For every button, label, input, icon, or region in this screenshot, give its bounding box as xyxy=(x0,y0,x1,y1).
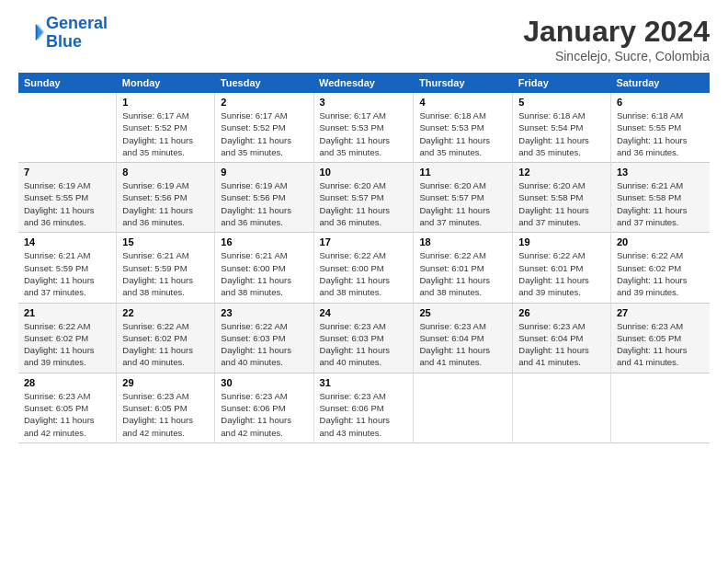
col-header-sunday: Sunday xyxy=(18,73,117,93)
calendar-cell: 21Sunrise: 6:22 AM Sunset: 6:02 PM Dayli… xyxy=(18,303,117,373)
subtitle: Sincelejo, Sucre, Colombia xyxy=(523,49,710,63)
day-info: Sunrise: 6:23 AM Sunset: 6:04 PM Dayligh… xyxy=(419,320,506,369)
title-block: January 2024 Sincelejo, Sucre, Colombia xyxy=(523,15,710,63)
day-number: 16 xyxy=(221,236,307,247)
calendar-cell: 29Sunrise: 6:23 AM Sunset: 6:05 PM Dayli… xyxy=(117,373,215,442)
calendar-cell: 23Sunrise: 6:22 AM Sunset: 6:03 PM Dayli… xyxy=(215,303,313,373)
day-number: 30 xyxy=(221,377,307,388)
day-number: 12 xyxy=(518,167,605,178)
day-number: 13 xyxy=(617,167,704,178)
day-number: 17 xyxy=(320,236,408,247)
day-number: 21 xyxy=(24,307,110,318)
calendar-cell: 30Sunrise: 6:23 AM Sunset: 6:06 PM Dayli… xyxy=(215,373,313,442)
calendar-cell: 18Sunrise: 6:22 AM Sunset: 6:01 PM Dayli… xyxy=(414,233,513,303)
calendar-cell: 1Sunrise: 6:17 AM Sunset: 5:52 PM Daylig… xyxy=(117,93,215,163)
day-info: Sunrise: 6:20 AM Sunset: 5:57 PM Dayligh… xyxy=(320,179,408,228)
calendar-cell: 3Sunrise: 6:17 AM Sunset: 5:53 PM Daylig… xyxy=(313,93,414,163)
logo-text: General Blue xyxy=(46,15,108,52)
calendar-cell: 8Sunrise: 6:19 AM Sunset: 5:56 PM Daylig… xyxy=(117,163,215,233)
calendar-cell: 9Sunrise: 6:19 AM Sunset: 5:56 PM Daylig… xyxy=(215,163,313,233)
calendar-cell xyxy=(18,93,117,163)
day-info: Sunrise: 6:20 AM Sunset: 5:58 PM Dayligh… xyxy=(518,179,605,228)
day-info: Sunrise: 6:17 AM Sunset: 5:52 PM Dayligh… xyxy=(221,109,307,158)
calendar-cell xyxy=(610,373,710,442)
calendar-cell: 28Sunrise: 6:23 AM Sunset: 6:05 PM Dayli… xyxy=(18,373,117,442)
day-info: Sunrise: 6:22 AM Sunset: 6:02 PM Dayligh… xyxy=(617,249,704,298)
day-info: Sunrise: 6:23 AM Sunset: 6:06 PM Dayligh… xyxy=(320,390,408,439)
calendar-cell: 6Sunrise: 6:18 AM Sunset: 5:55 PM Daylig… xyxy=(610,93,710,163)
col-header-saturday: Saturday xyxy=(610,73,710,93)
day-number: 7 xyxy=(24,167,110,178)
day-number: 14 xyxy=(24,236,110,247)
calendar-cell: 7Sunrise: 6:19 AM Sunset: 5:55 PM Daylig… xyxy=(18,163,117,233)
header-row: SundayMondayTuesdayWednesdayThursdayFrid… xyxy=(18,73,710,93)
day-info: Sunrise: 6:23 AM Sunset: 6:06 PM Dayligh… xyxy=(221,390,307,439)
day-info: Sunrise: 6:19 AM Sunset: 5:55 PM Dayligh… xyxy=(24,179,110,228)
day-number: 29 xyxy=(122,377,209,388)
week-row-2: 7Sunrise: 6:19 AM Sunset: 5:55 PM Daylig… xyxy=(18,163,710,233)
calendar-cell: 26Sunrise: 6:23 AM Sunset: 6:04 PM Dayli… xyxy=(513,303,611,373)
week-row-3: 14Sunrise: 6:21 AM Sunset: 5:59 PM Dayli… xyxy=(18,233,710,303)
day-number: 27 xyxy=(617,307,704,318)
logo-icon xyxy=(18,20,44,46)
day-info: Sunrise: 6:21 AM Sunset: 5:58 PM Dayligh… xyxy=(617,179,704,228)
day-number: 19 xyxy=(518,236,605,247)
day-info: Sunrise: 6:22 AM Sunset: 6:02 PM Dayligh… xyxy=(122,320,209,369)
col-header-tuesday: Tuesday xyxy=(215,73,313,93)
day-info: Sunrise: 6:22 AM Sunset: 6:01 PM Dayligh… xyxy=(518,249,605,298)
day-number: 20 xyxy=(617,236,704,247)
day-number: 8 xyxy=(122,167,209,178)
day-number: 6 xyxy=(617,97,704,108)
calendar-cell: 11Sunrise: 6:20 AM Sunset: 5:57 PM Dayli… xyxy=(414,163,513,233)
calendar-cell: 13Sunrise: 6:21 AM Sunset: 5:58 PM Dayli… xyxy=(610,163,710,233)
logo: General Blue xyxy=(18,15,108,52)
day-info: Sunrise: 6:22 AM Sunset: 6:03 PM Dayligh… xyxy=(221,320,307,369)
day-number: 22 xyxy=(122,307,209,318)
calendar-cell: 12Sunrise: 6:20 AM Sunset: 5:58 PM Dayli… xyxy=(513,163,611,233)
page: General Blue January 2024 Sincelejo, Suc… xyxy=(0,0,728,563)
calendar-cell: 22Sunrise: 6:22 AM Sunset: 6:02 PM Dayli… xyxy=(117,303,215,373)
col-header-thursday: Thursday xyxy=(414,73,513,93)
day-info: Sunrise: 6:21 AM Sunset: 6:00 PM Dayligh… xyxy=(221,249,307,298)
week-row-1: 1Sunrise: 6:17 AM Sunset: 5:52 PM Daylig… xyxy=(18,93,710,163)
day-info: Sunrise: 6:22 AM Sunset: 6:01 PM Dayligh… xyxy=(419,249,506,298)
day-info: Sunrise: 6:17 AM Sunset: 5:53 PM Dayligh… xyxy=(320,109,408,158)
calendar-cell: 4Sunrise: 6:18 AM Sunset: 5:53 PM Daylig… xyxy=(414,93,513,163)
calendar-cell: 24Sunrise: 6:23 AM Sunset: 6:03 PM Dayli… xyxy=(313,303,414,373)
calendar-cell: 25Sunrise: 6:23 AM Sunset: 6:04 PM Dayli… xyxy=(414,303,513,373)
day-number: 1 xyxy=(122,97,209,108)
day-info: Sunrise: 6:22 AM Sunset: 6:00 PM Dayligh… xyxy=(320,249,408,298)
day-info: Sunrise: 6:20 AM Sunset: 5:57 PM Dayligh… xyxy=(419,179,506,228)
calendar-cell: 16Sunrise: 6:21 AM Sunset: 6:00 PM Dayli… xyxy=(215,233,313,303)
calendar-cell: 10Sunrise: 6:20 AM Sunset: 5:57 PM Dayli… xyxy=(313,163,414,233)
day-number: 5 xyxy=(518,97,605,108)
day-number: 31 xyxy=(320,377,408,388)
calendar-cell: 19Sunrise: 6:22 AM Sunset: 6:01 PM Dayli… xyxy=(513,233,611,303)
day-number: 18 xyxy=(419,236,506,247)
calendar-cell: 20Sunrise: 6:22 AM Sunset: 6:02 PM Dayli… xyxy=(610,233,710,303)
day-info: Sunrise: 6:23 AM Sunset: 6:05 PM Dayligh… xyxy=(24,390,110,439)
week-row-4: 21Sunrise: 6:22 AM Sunset: 6:02 PM Dayli… xyxy=(18,303,710,373)
day-info: Sunrise: 6:23 AM Sunset: 6:05 PM Dayligh… xyxy=(122,390,209,439)
calendar-cell: 2Sunrise: 6:17 AM Sunset: 5:52 PM Daylig… xyxy=(215,93,313,163)
col-header-monday: Monday xyxy=(117,73,215,93)
day-info: Sunrise: 6:21 AM Sunset: 5:59 PM Dayligh… xyxy=(122,249,209,298)
day-number: 24 xyxy=(320,307,408,318)
col-header-friday: Friday xyxy=(513,73,611,93)
day-number: 26 xyxy=(518,307,605,318)
day-number: 23 xyxy=(221,307,307,318)
calendar-cell xyxy=(513,373,611,442)
day-info: Sunrise: 6:19 AM Sunset: 5:56 PM Dayligh… xyxy=(122,179,209,228)
day-number: 11 xyxy=(419,167,506,178)
calendar-cell: 14Sunrise: 6:21 AM Sunset: 5:59 PM Dayli… xyxy=(18,233,117,303)
day-info: Sunrise: 6:19 AM Sunset: 5:56 PM Dayligh… xyxy=(221,179,307,228)
day-number: 10 xyxy=(320,167,408,178)
day-number: 3 xyxy=(320,97,408,108)
calendar-cell: 15Sunrise: 6:21 AM Sunset: 5:59 PM Dayli… xyxy=(117,233,215,303)
day-info: Sunrise: 6:17 AM Sunset: 5:52 PM Dayligh… xyxy=(122,109,209,158)
day-number: 15 xyxy=(122,236,209,247)
col-header-wednesday: Wednesday xyxy=(313,73,414,93)
day-info: Sunrise: 6:21 AM Sunset: 5:59 PM Dayligh… xyxy=(24,249,110,298)
day-info: Sunrise: 6:22 AM Sunset: 6:02 PM Dayligh… xyxy=(24,320,110,369)
svg-marker-1 xyxy=(38,24,44,41)
